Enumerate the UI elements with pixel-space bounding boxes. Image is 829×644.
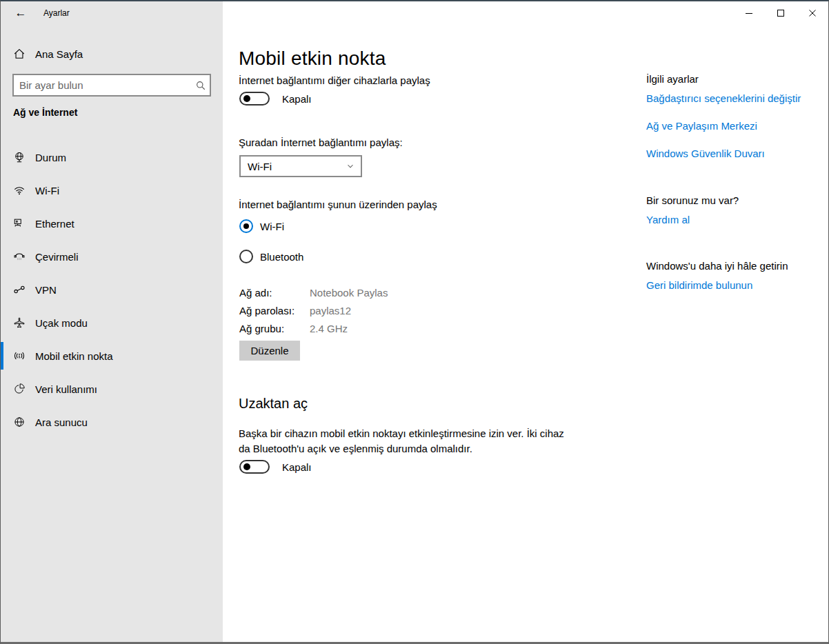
sidebar: ← Ayarlar Ana Sayfa Ağ ve İnternet Durum bbox=[1, 1, 223, 642]
sidebar-item-ara-sunucu[interactable]: Ara sunucu bbox=[1, 405, 223, 439]
close-button[interactable] bbox=[797, 1, 828, 25]
radio-option-bluetooth[interactable]: Bluetooth bbox=[239, 250, 303, 263]
search-box bbox=[12, 74, 211, 97]
sidebar-item-label: Ara sunucu bbox=[35, 416, 88, 428]
share-from-select[interactable]: Wi-Fi bbox=[239, 155, 362, 177]
dialup-phone-icon bbox=[13, 250, 26, 263]
link-get-help[interactable]: Yardım al bbox=[646, 214, 690, 225]
related-settings-title: İlgili ayarlar bbox=[646, 73, 699, 85]
window-controls bbox=[733, 1, 828, 25]
sidebar-item-ethernet[interactable]: Ethernet bbox=[1, 207, 223, 240]
maximize-icon bbox=[777, 9, 785, 17]
ethernet-icon bbox=[13, 217, 26, 230]
network-password-row: Ağ parolası: paylas12 bbox=[239, 305, 351, 316]
sidebar-item-label: VPN bbox=[35, 284, 57, 296]
network-band-label: Ağ grubu: bbox=[239, 323, 310, 334]
toggle-knob bbox=[243, 463, 250, 470]
sidebar-item-vpn[interactable]: VPN bbox=[1, 273, 223, 306]
chevron-down-icon bbox=[340, 161, 361, 171]
sidebar-item-durum[interactable]: Durum bbox=[1, 141, 223, 174]
remote-toggle-row: Kapalı bbox=[239, 460, 312, 474]
share-from-selected-value: Wi-Fi bbox=[241, 161, 340, 172]
toggle-knob bbox=[243, 95, 250, 102]
hotspot-toggle[interactable] bbox=[239, 92, 270, 105]
sidebar-item-mobil-etkin-nokta[interactable]: Mobil etkin nokta bbox=[1, 339, 223, 372]
link-network-sharing-center[interactable]: Ağ ve Paylaşım Merkezi bbox=[646, 120, 757, 132]
link-windows-firewall[interactable]: Windows Güvenlik Duvarı bbox=[646, 148, 765, 159]
sidebar-item-veri-kullanimi[interactable]: Veri kullanımı bbox=[1, 372, 223, 405]
wifi-icon bbox=[13, 184, 26, 197]
sidebar-item-label: Uçak modu bbox=[35, 317, 88, 329]
network-band-row: Ağ grubu: 2.4 GHz bbox=[239, 323, 348, 334]
sidebar-item-label: Ana Sayfa bbox=[35, 48, 83, 60]
network-password-label: Ağ parolası: bbox=[239, 305, 310, 316]
maximize-button[interactable] bbox=[765, 1, 797, 25]
sidebar-item-label: Ethernet bbox=[35, 218, 74, 230]
minimize-icon bbox=[745, 9, 753, 17]
hotspot-toggle-state: Kapalı bbox=[282, 93, 312, 105]
have-question-title: Bir sorunuz mu var? bbox=[646, 194, 739, 206]
app-title: Ayarlar bbox=[43, 8, 70, 18]
search-icon[interactable] bbox=[192, 80, 210, 91]
remote-turn-on-title: Uzaktan aç bbox=[239, 396, 308, 412]
network-password-value: paylas12 bbox=[310, 305, 351, 316]
settings-window: ← Ayarlar Ana Sayfa Ağ ve İnternet Durum bbox=[0, 0, 829, 644]
sidebar-item-label: Çevirmeli bbox=[35, 251, 79, 263]
radio-option-wifi[interactable]: Wi-Fi bbox=[239, 219, 284, 233]
close-icon bbox=[808, 9, 817, 17]
share-over-label: İnternet bağlantımı şunun üzerinden payl… bbox=[239, 199, 437, 210]
sidebar-item-label: Wi-Fi bbox=[35, 185, 59, 197]
globe-network-icon bbox=[13, 151, 26, 163]
hotspot-icon bbox=[13, 350, 26, 362]
data-usage-pie-icon bbox=[13, 383, 26, 395]
home-icon bbox=[13, 48, 26, 60]
network-name-row: Ağ adı: Notebook Paylas bbox=[239, 287, 388, 299]
make-windows-better-title: Windows'u daha iyi hâle getirin bbox=[646, 260, 788, 272]
sidebar-nav: Durum Wi-Fi Ethernet Çevirmeli bbox=[1, 141, 223, 439]
sidebar-item-label: Mobil etkin nokta bbox=[35, 350, 113, 362]
proxy-globe-icon bbox=[13, 416, 26, 428]
sidebar-section-title: Ağ ve İnternet bbox=[13, 107, 77, 118]
minimize-button[interactable] bbox=[733, 1, 765, 25]
hotspot-toggle-row: Kapalı bbox=[239, 92, 312, 105]
radio-label: Bluetooth bbox=[260, 251, 303, 263]
share-internet-label: İnternet bağlantımı diğer cihazlarla pay… bbox=[239, 74, 430, 86]
sidebar-item-label: Durum bbox=[35, 152, 66, 163]
remote-toggle[interactable] bbox=[239, 460, 270, 474]
link-give-feedback[interactable]: Geri bildirimde bulunun bbox=[646, 279, 752, 291]
sidebar-item-wifi[interactable]: Wi-Fi bbox=[1, 174, 223, 207]
share-from-label: Şuradan İnternet bağlantımı paylaş: bbox=[239, 137, 403, 148]
radio-checked-icon bbox=[239, 219, 253, 233]
page-title: Mobil etkin nokta bbox=[239, 48, 386, 70]
edit-button[interactable]: Düzenle bbox=[239, 341, 300, 361]
search-input[interactable] bbox=[14, 79, 192, 91]
remote-toggle-state: Kapalı bbox=[282, 461, 312, 473]
remote-turn-on-description: Başka bir cihazın mobil etkin noktayı et… bbox=[239, 426, 568, 456]
sidebar-item-cevirmeli[interactable]: Çevirmeli bbox=[1, 240, 223, 273]
back-arrow-icon: ← bbox=[15, 6, 27, 20]
network-band-value: 2.4 GHz bbox=[310, 323, 348, 334]
sidebar-item-ucak-modu[interactable]: Uçak modu bbox=[1, 306, 223, 339]
link-adapter-options[interactable]: Bağdaştırıcı seçeneklerini değiştir bbox=[646, 92, 801, 104]
sidebar-item-label: Veri kullanımı bbox=[35, 383, 97, 395]
network-name-label: Ağ adı: bbox=[239, 287, 310, 299]
vpn-icon bbox=[13, 283, 26, 296]
network-name-value: Notebook Paylas bbox=[310, 287, 388, 299]
airplane-icon bbox=[13, 316, 26, 329]
radio-label: Wi-Fi bbox=[260, 221, 284, 232]
radio-unchecked-icon bbox=[239, 250, 253, 263]
sidebar-item-home[interactable]: Ana Sayfa bbox=[1, 41, 223, 66]
back-button[interactable]: ← bbox=[9, 3, 32, 23]
